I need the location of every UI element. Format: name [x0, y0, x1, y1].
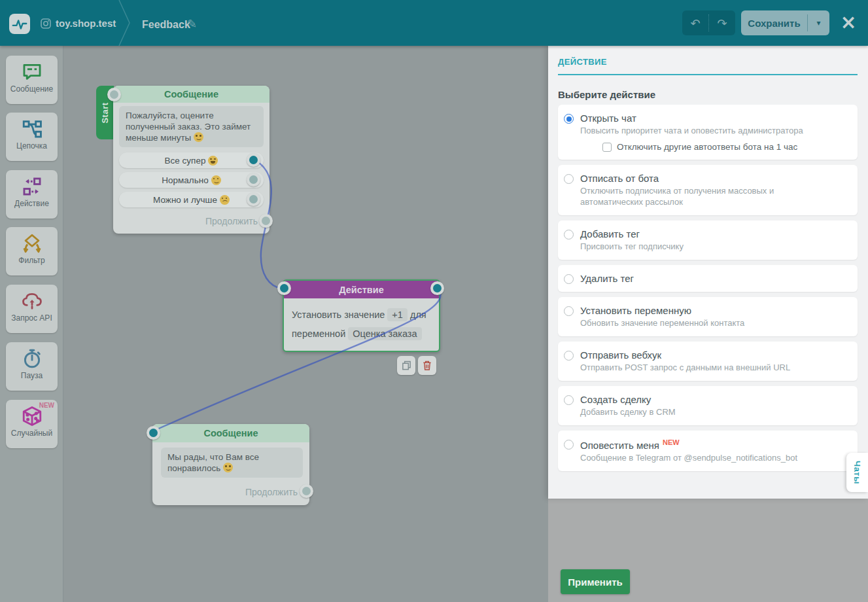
action-node[interactable]: Действие Установить значение +1 для пере… [283, 279, 440, 352]
sidebar-item-filter[interactable]: Фильтр [6, 227, 58, 275]
disable-autoreplies-checkbox-row[interactable]: Отключить другие автоответы бота на 1 ча… [602, 142, 803, 152]
new-badge: NEW [39, 402, 54, 409]
option-add-tag[interactable]: Добавить тег Присвоить тег подписчику [558, 221, 858, 260]
quick-reply-button[interactable]: Можно и лучше [119, 192, 264, 207]
filter-icon [21, 232, 43, 255]
sidebar-item-label: Цепочка [6, 141, 58, 150]
radio[interactable] [564, 306, 574, 316]
apply-button[interactable]: Применить [561, 569, 630, 594]
new-badge: NEW [663, 438, 680, 446]
chats-tab[interactable]: Чаты [846, 453, 868, 492]
redo-button[interactable]: ↷ [709, 10, 735, 35]
port-message2-continue[interactable] [300, 484, 313, 498]
top-bar: toy.shop.test Feedback ✎ ↶ ↷ Сохранить ▾… [0, 0, 868, 46]
grin-emoji [208, 156, 218, 166]
port-button-could-be-better[interactable] [247, 192, 260, 206]
quick-reply-button[interactable]: Все супер [119, 152, 264, 168]
panel-subtitle: Выберите действие [558, 89, 858, 100]
undo-redo-group: ↶ ↷ [682, 10, 735, 35]
close-builder-button[interactable]: × [838, 10, 859, 35]
action-settings-panel: ДЕЙСТВИЕ Выберите действие Открыть чат П… [548, 46, 868, 499]
node-header: Сообщение [152, 424, 309, 442]
flow-builder-app: toy.shop.test Feedback ✎ ↶ ↷ Сохранить ▾… [0, 0, 868, 602]
delete-node-button[interactable] [418, 356, 436, 375]
radio[interactable] [564, 395, 574, 405]
sidebar-item-random[interactable]: NEW Случайный [6, 400, 58, 448]
radio[interactable] [564, 174, 574, 184]
option-unsubscribe[interactable]: Отписать от бота Отключить подписчика от… [558, 165, 858, 215]
edit-title-icon[interactable]: ✎ [187, 17, 197, 31]
continue-label: Продолжить [245, 487, 298, 497]
message-text: Пожалуйста, оцените полученный заказ. Эт… [119, 106, 264, 147]
sidebar-item-api-request[interactable]: Запрос API [6, 285, 58, 333]
action-node-body: Установить значение +1 для переменной Оц… [292, 306, 432, 344]
trash-icon [423, 361, 432, 370]
port-message1-input[interactable] [107, 88, 121, 101]
action-icon [21, 175, 43, 198]
api-request-icon [21, 290, 43, 312]
smile-emoji [194, 132, 203, 142]
value-chip: +1 [387, 308, 408, 321]
port-button-normal[interactable] [247, 173, 260, 186]
frown-emoji [220, 195, 230, 205]
port-message2-input[interactable] [147, 426, 160, 440]
save-dropdown-caret-icon[interactable]: ▾ [808, 18, 829, 27]
panel-title-underline [558, 74, 858, 75]
option-open-chat[interactable]: Открыть чат Повысить приоритет чата и оп… [558, 105, 858, 160]
sidebar-item-label: Запрос API [6, 313, 58, 323]
port-action-input[interactable] [277, 281, 291, 295]
message-node-2[interactable]: Сообщение Мы рады, что Вам все понравило… [152, 424, 309, 505]
option-notify-me[interactable]: Оповестить меняNEW Сообщение в Telegram … [558, 431, 858, 471]
elements-sidebar: Сообщение Цепочка Действие [0, 46, 63, 602]
pulse-icon [11, 16, 28, 33]
sidebar-item-label: Действие [6, 199, 58, 208]
copy-icon [402, 361, 411, 370]
port-message1-continue[interactable] [259, 214, 273, 228]
option-set-variable[interactable]: Установить переменную Обновить значение … [558, 297, 858, 336]
wink-emoji [223, 463, 233, 472]
sidebar-item-pause[interactable]: Пауза [6, 342, 58, 391]
option-create-deal[interactable]: Создать сделку Добавить сделку в CRM [558, 386, 858, 425]
port-button-all-super[interactable] [247, 153, 260, 167]
smile-emoji [211, 175, 221, 185]
pause-icon [21, 347, 43, 370]
checkbox[interactable] [602, 143, 612, 152]
port-action-output[interactable] [430, 281, 444, 295]
option-remove-tag[interactable]: Удалить тег [558, 265, 858, 292]
radio[interactable] [564, 230, 574, 239]
node-header: Действие [284, 281, 439, 298]
save-button[interactable]: Сохранить ▾ [741, 10, 829, 35]
sidebar-item-label: Пауза [6, 371, 58, 380]
sidebar-item-action[interactable]: Действие [6, 170, 58, 219]
instagram-icon [41, 18, 51, 29]
radio[interactable] [564, 274, 574, 284]
radio[interactable] [564, 351, 574, 361]
radio-selected[interactable] [564, 114, 574, 124]
sidebar-item-label: Сообщение [6, 84, 58, 94]
undo-button[interactable]: ↶ [682, 10, 708, 35]
action-options-list: Открыть чат Повысить приоритет чата и оп… [558, 105, 858, 471]
continue-label: Продолжить [205, 216, 258, 226]
sidebar-item-label: Фильтр [6, 256, 58, 265]
flow-chain-icon [21, 118, 43, 140]
variable-chip: Оценка заказа [348, 327, 421, 340]
panel-title: ДЕЙСТВИЕ [558, 57, 858, 67]
option-send-webhook[interactable]: Отправить вебхук Отправить POST запрос с… [558, 342, 858, 381]
flow-title: Feedback [142, 19, 190, 31]
breadcrumb-divider [116, 0, 132, 46]
sidebar-item-label: Случайный [6, 429, 58, 438]
sidebar-item-chain[interactable]: Цепочка [6, 113, 58, 161]
sidebar-item-message[interactable]: Сообщение [6, 56, 58, 104]
message-text: Мы рады, что Вам все понравилось [161, 448, 303, 478]
bot-account-name[interactable]: toy.shop.test [56, 18, 116, 29]
radio[interactable] [564, 440, 574, 450]
message-icon [21, 61, 43, 83]
duplicate-node-button[interactable] [397, 356, 415, 375]
quick-reply-button[interactable]: Нормально [119, 172, 264, 188]
node-header: Сообщение [113, 86, 269, 103]
save-button-label: Сохранить [741, 18, 807, 29]
sendpulse-logo-icon[interactable] [9, 14, 30, 34]
